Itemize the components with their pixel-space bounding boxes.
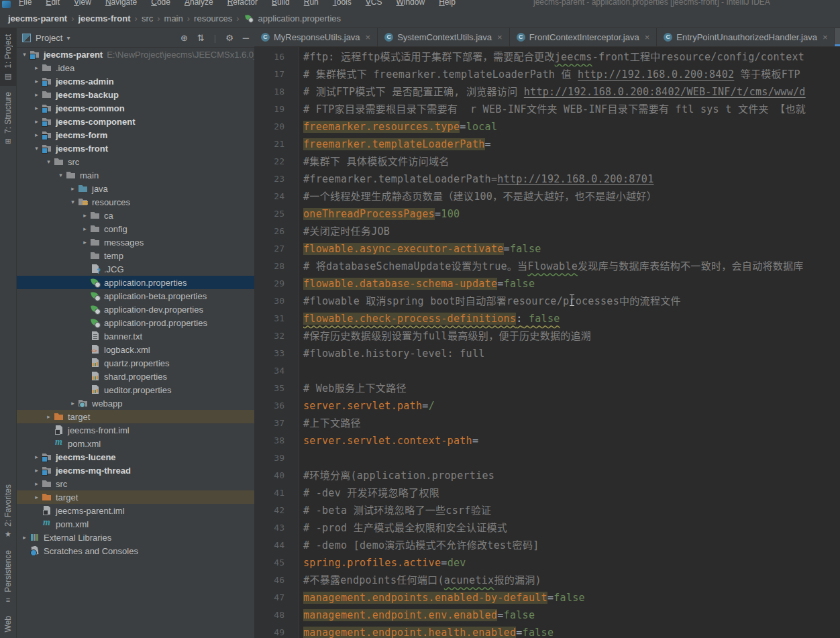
tree-item-jeecms-component[interactable]: ▸jeecms-component xyxy=(17,115,254,128)
code-line[interactable]: 27flowable.async-executor-activate=false xyxy=(254,240,840,258)
tree-item-scratches-and-consoles[interactable]: Scratches and Consoles xyxy=(17,544,254,557)
tree-item-jeecms-common[interactable]: ▸jeecms-common xyxy=(17,101,254,115)
tab-application-properties[interactable]: application.properties xyxy=(835,28,840,46)
tree-item--idea[interactable]: ▸.idea xyxy=(17,61,254,74)
locate-icon[interactable]: ⊕ xyxy=(180,33,188,43)
code-line[interactable]: 25oneThreadProcessPages=100 xyxy=(254,205,840,223)
menu-item-code[interactable]: Code xyxy=(151,0,170,7)
tree-expand-icon[interactable]: ▸ xyxy=(80,225,90,232)
toolwindow-button-persistence[interactable]: Persistence≡ xyxy=(0,544,16,610)
code-line[interactable]: 26#关闭定时任务JOB xyxy=(254,223,840,240)
tree-item-jeecms-mq-thread[interactable]: ▸jeecms-mq-thread xyxy=(17,464,254,477)
tree-item-main[interactable]: ▾main xyxy=(17,168,254,182)
tree-item-shard-properties[interactable]: shard.properties xyxy=(17,370,254,383)
tree-expand-icon[interactable]: ▾ xyxy=(56,172,66,178)
tree-item-application-dev-properties[interactable]: application-dev.properties xyxy=(17,303,254,316)
tree-item-jeecms-backup[interactable]: ▸jeecms-backup xyxy=(17,88,254,101)
tree-item-application-beta-properties[interactable]: application-beta.properties xyxy=(17,289,254,303)
code-line[interactable]: 39 xyxy=(254,449,840,467)
tree-item-jeecms-front-iml[interactable]: jeecms-front.iml xyxy=(17,423,254,437)
code-line[interactable]: 45spring.profiles.active=dev xyxy=(254,554,840,572)
breadcrumb-item[interactable]: jeecms-front xyxy=(78,13,131,23)
code-line[interactable]: 30#flowable 取消spring boot时自动部署resource/p… xyxy=(254,293,840,310)
tree-item-target[interactable]: ▸target xyxy=(17,490,254,504)
tree-expand-icon[interactable]: ▸ xyxy=(19,534,30,541)
menu-item-file[interactable]: File xyxy=(19,0,32,7)
close-icon[interactable]: × xyxy=(823,32,828,42)
tree-expand-icon[interactable]: ▸ xyxy=(68,185,78,192)
tree-item-config[interactable]: ▸config xyxy=(17,222,254,235)
close-icon[interactable]: × xyxy=(645,32,650,42)
code-line[interactable]: 47management.endpoints.enabled-by-defaul… xyxy=(254,589,840,606)
tree-expand-icon[interactable]: ▸ xyxy=(32,494,42,500)
tree-item-quartz-properties[interactable]: quartz.properties xyxy=(17,356,254,370)
code-line[interactable]: 32#保存历史数据级别设置为full最高级别，便于历史数据的追溯 xyxy=(254,327,840,345)
tree-expand-icon[interactable]: ▸ xyxy=(80,239,90,246)
tree-expand-icon[interactable]: ▸ xyxy=(32,454,42,460)
code-line[interactable]: 41# -dev 开发环境忽略了权限 xyxy=(254,484,840,502)
tree-expand-icon[interactable]: ▸ xyxy=(32,78,42,85)
code-line[interactable]: 34 xyxy=(254,362,840,380)
code-line[interactable]: 43# -prod 生产模式最全权限和安全认证模式 xyxy=(254,519,840,537)
close-icon[interactable]: × xyxy=(366,32,371,42)
tree-expand-icon[interactable]: ▸ xyxy=(44,413,54,420)
tree-item-target[interactable]: ▸target xyxy=(17,410,254,423)
code-line[interactable]: 21freemarker.templateLoaderPath= xyxy=(254,136,840,153)
code-line[interactable]: 36server.servlet.path=/ xyxy=(254,397,840,415)
tree-expand-icon[interactable]: ▾ xyxy=(32,145,42,152)
tree-item-jeecms-front[interactable]: ▾jeecms-front xyxy=(17,142,254,155)
breadcrumb-item[interactable]: application.properties xyxy=(258,13,342,23)
collapse-all-icon[interactable]: ⇅ xyxy=(197,33,205,43)
tree-expand-icon[interactable]: ▾ xyxy=(19,51,30,58)
tree-item-jeecms-lucene[interactable]: ▸jeecms-lucene xyxy=(17,450,254,464)
tree-expand-icon[interactable]: ▸ xyxy=(68,400,78,407)
tree-item-temp[interactable]: temp xyxy=(17,249,254,262)
tree-item-external-libraries[interactable]: ▸External Libraries xyxy=(17,531,254,544)
tree-item-messages[interactable]: ▸messages xyxy=(17,235,254,249)
tree-expand-icon[interactable]: ▾ xyxy=(44,158,54,165)
menu-item-run[interactable]: Run xyxy=(304,0,319,7)
tree-expand-icon[interactable]: ▸ xyxy=(32,131,42,138)
tree-item-java[interactable]: ▸java xyxy=(17,182,254,195)
code-line[interactable]: 28# 将databaseSchemaUpdate设置为true。当Flowab… xyxy=(254,258,840,275)
code-line[interactable]: 20freemarker.resources.type=local xyxy=(254,118,840,136)
code-line[interactable]: 22#集群下 具体模板文件访问域名 xyxy=(254,153,840,170)
tree-item-webapp[interactable]: ▸webapp xyxy=(17,396,254,410)
tree-item-src[interactable]: ▾src xyxy=(17,155,254,168)
menu-item-analyze[interactable]: Analyze xyxy=(185,0,213,7)
code-line[interactable]: 49management.endpoint.health.enabled=fal… xyxy=(254,624,840,638)
tree-expand-icon[interactable]: ▸ xyxy=(32,105,42,111)
code-line[interactable]: 35# Web服务上下文路径 xyxy=(254,380,840,397)
tree-item-resources[interactable]: ▾resources xyxy=(17,195,254,209)
chevron-down-icon[interactable]: ▾ xyxy=(66,34,70,42)
tree-item-ueditor-properties[interactable]: ueditor.properties xyxy=(17,383,254,396)
code-line[interactable]: 17# 集群模式下 freemarker.templateLoaderPath … xyxy=(254,66,840,83)
code-area[interactable]: 16#ftp: 远程ftp模式适用于集群下部署，需要配合更改jeecms-fro… xyxy=(254,47,840,638)
tree-item-pom-xml[interactable]: pom.xml xyxy=(17,437,254,450)
toolwindow-button--structure[interactable]: 7: Structure⊞ xyxy=(0,86,16,151)
menu-item-vcs[interactable]: VCS xyxy=(366,0,382,7)
menu-item-help[interactable]: Help xyxy=(439,0,456,7)
menu-item-window[interactable]: Window xyxy=(396,0,425,7)
tree-item-application-prod-properties[interactable]: application-prod.properties xyxy=(17,316,254,329)
toolwindow-button--favorites[interactable]: 2: Favorites★ xyxy=(0,478,16,544)
tree-item-jeecms-admin[interactable]: ▸jeecms-admin xyxy=(17,74,254,88)
project-panel-title[interactable]: Project xyxy=(36,33,62,43)
code-line[interactable]: 38server.servlet.context-path= xyxy=(254,432,840,449)
code-line[interactable]: 23#freemarker.templateLoaderPath=http://… xyxy=(254,170,840,188)
code-line[interactable]: 24#一个线程处理生成静态页数量（建议100，不是越大越好，也不是越小越好） xyxy=(254,188,840,205)
hide-icon[interactable]: ─ xyxy=(243,33,249,43)
tree-expand-icon[interactable]: ▸ xyxy=(32,118,42,125)
tree-expand-icon[interactable]: ▸ xyxy=(32,467,42,474)
menu-item-view[interactable]: View xyxy=(74,0,91,7)
breadcrumb-item[interactable]: src xyxy=(142,13,153,23)
menu-item-navigate[interactable]: Navigate xyxy=(105,0,137,7)
close-icon[interactable]: × xyxy=(497,32,503,42)
code-line[interactable]: 33#flowable.history-level: full xyxy=(254,345,840,362)
toolwindow-button--project[interactable]: 1: Project▤ xyxy=(0,28,16,86)
tree-expand-icon[interactable]: ▸ xyxy=(32,480,42,487)
tree-item--jcg[interactable]: .JCG xyxy=(17,262,254,276)
tab-myresponseutils-java[interactable]: CMyResponseUtils.java× xyxy=(254,28,378,46)
code-line[interactable]: 29flowable.database-schema-update=false xyxy=(254,275,840,293)
tree-item-src[interactable]: ▸src xyxy=(17,477,254,490)
